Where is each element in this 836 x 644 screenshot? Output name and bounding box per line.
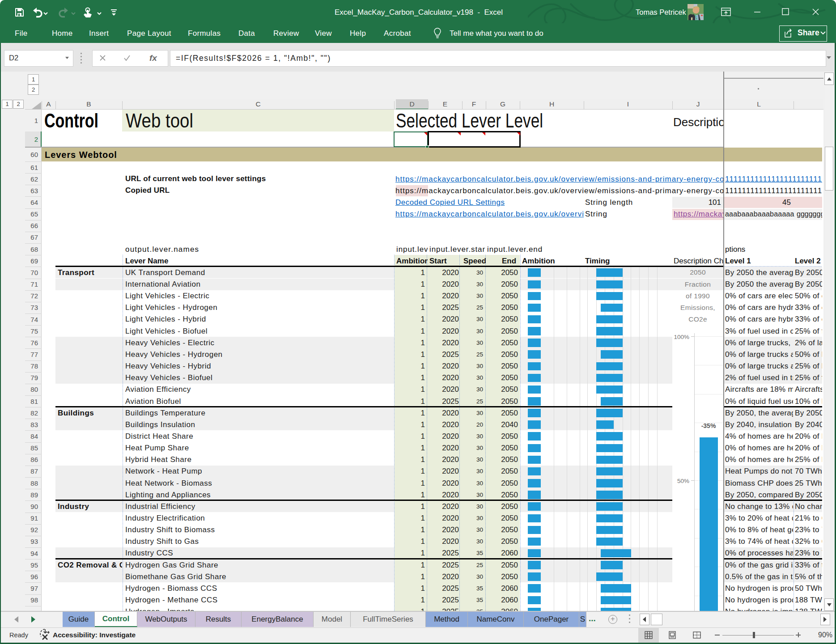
svg-text:fx: fx xyxy=(149,53,157,63)
